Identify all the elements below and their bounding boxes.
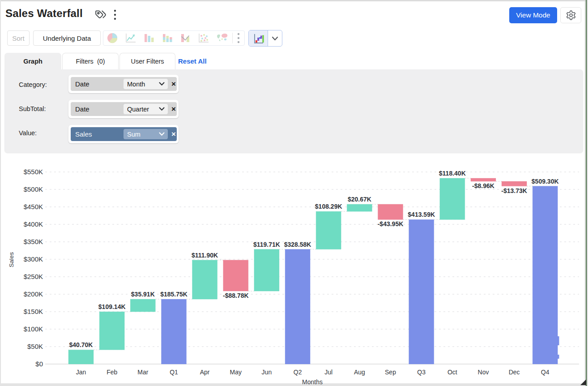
svg-text:$328.58K: $328.58K <box>284 241 311 248</box>
svg-text:$50K: $50K <box>27 343 43 350</box>
svg-text:May: May <box>230 369 242 376</box>
svg-text:$200K: $200K <box>24 290 43 298</box>
svg-text:$509.30K: $509.30K <box>532 178 559 185</box>
svg-text:Q2: Q2 <box>294 369 302 376</box>
svg-text:$185.75K: $185.75K <box>160 291 187 298</box>
svg-text:Q3: Q3 <box>417 369 426 376</box>
svg-text:Feb: Feb <box>107 369 117 376</box>
svg-text:Jun: Jun <box>262 369 272 376</box>
svg-text:Aug: Aug <box>354 369 365 376</box>
svg-text:$40.70K: $40.70K <box>69 341 93 348</box>
svg-text:$109.14K: $109.14K <box>98 303 126 310</box>
svg-text:$20.67K: $20.67K <box>348 196 371 203</box>
svg-text:$500K: $500K <box>24 185 43 193</box>
svg-text:Jul: Jul <box>324 369 332 376</box>
svg-text:-$43.95K: -$43.95K <box>378 220 404 227</box>
svg-text:Apr: Apr <box>200 369 210 376</box>
svg-text:$300K: $300K <box>24 255 43 263</box>
svg-text:$250K: $250K <box>24 273 43 280</box>
svg-text:Nov: Nov <box>478 369 489 376</box>
svg-text:Oct: Oct <box>447 369 457 376</box>
svg-text:$413.59K: $413.59K <box>408 211 435 218</box>
svg-text:Mar: Mar <box>137 369 148 376</box>
svg-text:$0: $0 <box>35 360 43 368</box>
svg-text:$119.71K: $119.71K <box>253 241 280 248</box>
svg-text:$350K: $350K <box>24 238 43 245</box>
svg-text:$450K: $450K <box>24 203 43 210</box>
svg-text:-$8.96K: -$8.96K <box>472 182 494 189</box>
svg-text:Dec: Dec <box>509 369 520 376</box>
svg-text:$118.40K: $118.40K <box>439 170 466 177</box>
svg-text:-$88.78K: -$88.78K <box>223 292 249 299</box>
svg-text:Q4: Q4 <box>541 369 550 376</box>
svg-text:Jan: Jan <box>76 369 86 376</box>
svg-text:Sales: Sales <box>8 252 15 267</box>
svg-text:$150K: $150K <box>24 308 43 315</box>
svg-text:$35.91K: $35.91K <box>131 291 155 298</box>
svg-text:-$13.73K: -$13.73K <box>501 187 527 194</box>
svg-text:$111.90K: $111.90K <box>192 252 218 259</box>
svg-text:Months: Months <box>302 378 323 386</box>
svg-text:Sep: Sep <box>385 369 396 376</box>
svg-text:Q1: Q1 <box>170 369 178 376</box>
svg-text:$100K: $100K <box>24 325 43 333</box>
svg-text:$550K: $550K <box>24 168 43 176</box>
svg-text:$400K: $400K <box>24 220 43 228</box>
svg-text:$108.29K: $108.29K <box>315 203 342 210</box>
